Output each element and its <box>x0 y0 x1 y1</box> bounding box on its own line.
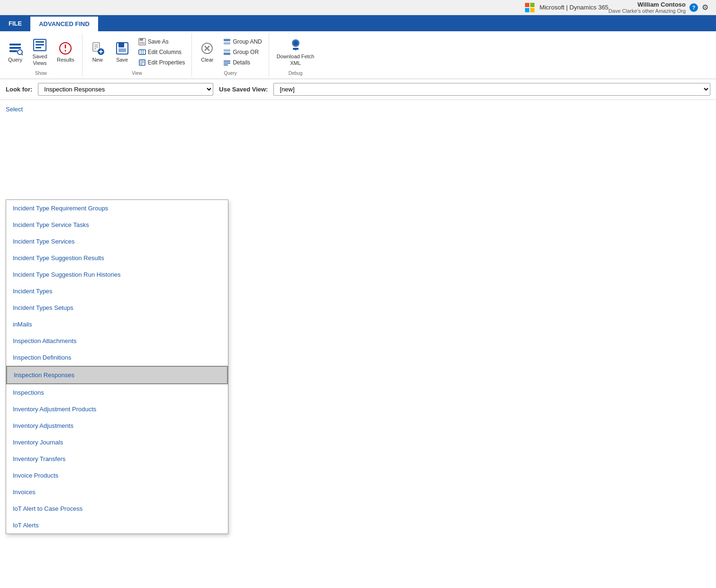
details-icon <box>223 59 231 66</box>
top-bar: Microsoft | Dynamics 365 William Contoso… <box>0 0 716 15</box>
dropdown-item-inspection-responses[interactable]: Inspection Responses <box>6 366 228 384</box>
svg-rect-29 <box>139 50 145 54</box>
svg-rect-6 <box>9 50 17 52</box>
results-label: Results <box>57 57 74 63</box>
view-group-items: New Save <box>86 34 188 70</box>
save-button[interactable]: Save <box>111 39 134 65</box>
ribbon-group-show: Query SavedViews <box>0 33 82 77</box>
svg-rect-25 <box>118 48 126 52</box>
results-button[interactable]: Results <box>53 39 78 65</box>
group-or-button[interactable]: Group OR <box>220 47 264 57</box>
svg-line-8 <box>22 54 23 55</box>
dropdown-item-inventory-adjustment-products[interactable]: Inventory Adjustment Products <box>6 401 228 417</box>
dropdown-item-invoices[interactable]: Invoices <box>6 484 228 500</box>
show-group-items: Query SavedViews <box>4 34 78 70</box>
ribbon: FILE ADVANCED FIND Query <box>0 15 716 79</box>
dropdown-item-incident-type-suggestion-results[interactable]: Incident Type Suggestion Results <box>6 250 228 266</box>
new-button[interactable]: New <box>86 39 109 65</box>
svg-rect-24 <box>118 43 124 47</box>
svg-rect-43 <box>224 61 230 62</box>
show-group-label: Show <box>35 71 47 76</box>
lookfor-select[interactable]: Incident Type Requirement GroupsIncident… <box>38 83 213 96</box>
download-fetch-xml-button[interactable]: Download FetchXML <box>273 36 318 68</box>
group-or-label: Group OR <box>233 49 259 55</box>
svg-rect-2 <box>525 8 529 12</box>
svg-rect-0 <box>525 3 529 7</box>
ribbon-content: Query SavedViews <box>0 31 716 79</box>
svg-rect-5 <box>9 47 21 49</box>
top-bar-right: William Contoso Dave Clarke's other Amaz… <box>608 1 708 14</box>
savedview-select[interactable]: [new] <box>273 83 710 96</box>
dropdown-item-incident-type-requirement-groups[interactable]: Incident Type Requirement Groups <box>6 200 228 217</box>
save-as-button[interactable]: Save As <box>136 37 188 46</box>
svg-rect-39 <box>224 39 230 41</box>
dropdown-item-incident-type-services[interactable]: Incident Type Services <box>6 233 228 250</box>
dropdown-item-inspections[interactable]: Inspections <box>6 384 228 401</box>
tab-file[interactable]: FILE <box>0 15 30 31</box>
dropdown-item-invoice-products[interactable]: Invoice Products <box>6 467 228 484</box>
debug-group-items: Download FetchXML <box>273 34 318 70</box>
query-group-label: Query <box>224 71 236 76</box>
save-as-icon <box>138 38 146 45</box>
group-or-icon <box>223 48 231 56</box>
user-name: William Contoso <box>608 1 686 8</box>
svg-point-47 <box>293 41 298 45</box>
svg-rect-28 <box>140 42 145 44</box>
dropdown-item-inmails[interactable]: inMails <box>6 316 228 333</box>
dropdown-item-inventory-adjustments[interactable]: Inventory Adjustments <box>6 417 228 434</box>
svg-rect-42 <box>224 53 230 55</box>
edit-properties-button[interactable]: Edit Properties <box>136 58 188 67</box>
details-label: Details <box>233 59 250 66</box>
settings-icon[interactable]: ⚙ <box>702 3 708 12</box>
saved-views-button[interactable]: SavedViews <box>28 36 51 68</box>
dropdown-item-incident-type-suggestion-run-histories[interactable]: Incident Type Suggestion Run Histories <box>6 266 228 283</box>
saved-views-icon <box>32 37 47 53</box>
save-icon <box>115 41 130 56</box>
download-fetch-xml-label: Download FetchXML <box>277 54 315 66</box>
query-label: Query <box>8 57 22 63</box>
svg-rect-45 <box>224 64 228 65</box>
toolbar-area: Look for: Incident Type Requirement Grou… <box>0 79 716 100</box>
svg-rect-10 <box>36 41 44 43</box>
ribbon-group-query: Clear Group AND <box>192 33 269 77</box>
dropdown-item-incident-types-setups[interactable]: Incident Types Setups <box>6 299 228 316</box>
dropdown-item-inspection-attachments[interactable]: Inspection Attachments <box>6 333 228 349</box>
svg-rect-1 <box>530 3 535 7</box>
ribbon-group-view: New Save <box>82 33 192 77</box>
details-button[interactable]: Details <box>220 58 264 67</box>
debug-group-label: Debug <box>289 71 302 76</box>
user-org: Dave Clarke's other Amazing Org <box>608 8 686 14</box>
edit-columns-button[interactable]: Edit Columns <box>136 47 188 57</box>
view-small-buttons: Save As Edit Columns <box>136 37 188 67</box>
ribbon-tabs: FILE ADVANCED FIND <box>0 15 716 31</box>
edit-columns-icon <box>138 48 146 56</box>
lookfor-label: Look for: <box>6 86 32 93</box>
brand-text: Microsoft | Dynamics 365 <box>539 4 608 11</box>
ribbon-group-debug: Download FetchXML Debug <box>269 33 322 77</box>
saved-views-label: SavedViews <box>32 54 47 66</box>
group-and-label: Group AND <box>233 38 262 45</box>
svg-rect-3 <box>530 8 535 12</box>
help-icon[interactable]: ? <box>689 3 698 12</box>
tab-advanced-find[interactable]: ADVANCED FIND <box>30 15 98 31</box>
svg-rect-44 <box>224 63 230 63</box>
dropdown-item-inspection-definitions[interactable]: Inspection Definitions <box>6 349 228 366</box>
edit-properties-icon <box>138 59 146 66</box>
group-and-button[interactable]: Group AND <box>220 37 264 46</box>
query-small-buttons: Group AND Group OR <box>220 37 264 67</box>
dropdown-item-iot-alerts[interactable]: IoT Alerts <box>6 517 228 534</box>
svg-rect-40 <box>224 42 230 45</box>
query-button[interactable]: Query <box>4 39 27 65</box>
dropdown-item-incident-types[interactable]: Incident Types <box>6 283 228 299</box>
edit-properties-label: Edit Properties <box>148 59 185 66</box>
dropdown-item-incident-type-service-tasks[interactable]: Incident Type Service Tasks <box>6 217 228 233</box>
save-as-label: Save As <box>148 38 169 45</box>
clear-button[interactable]: Clear <box>196 39 218 65</box>
new-label: New <box>92 57 103 63</box>
user-info: William Contoso Dave Clarke's other Amaz… <box>608 1 686 14</box>
select-link[interactable]: Select <box>6 106 710 113</box>
download-icon <box>288 37 303 53</box>
dropdown-item-inventory-journals[interactable]: Inventory Journals <box>6 434 228 451</box>
dropdown-item-inventory-transfers[interactable]: Inventory Transfers <box>6 451 228 467</box>
dropdown-item-iot-alert-to-case-process[interactable]: IoT Alert to Case Process <box>6 500 228 517</box>
